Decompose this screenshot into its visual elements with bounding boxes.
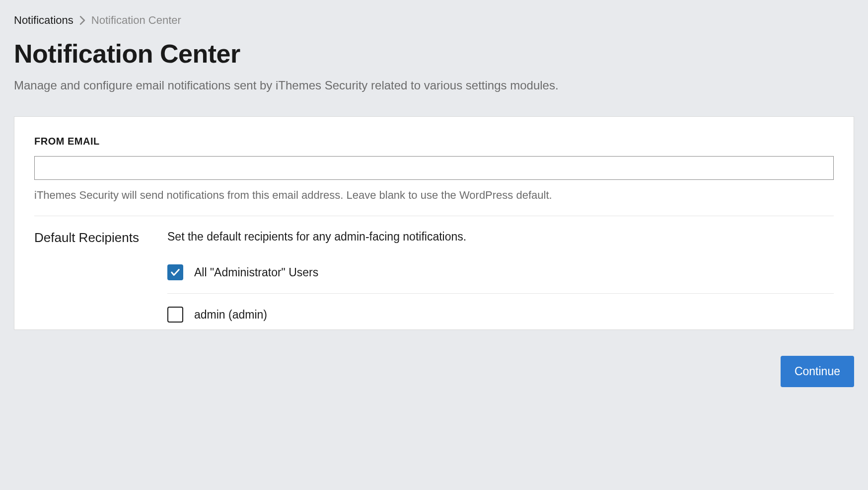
- divider: [167, 293, 834, 294]
- page-title: Notification Center: [14, 39, 854, 69]
- from-email-label: FROM EMAIL: [34, 136, 834, 147]
- default-recipients-heading: Default Recipients: [34, 230, 167, 329]
- breadcrumb: Notifications Notification Center: [14, 14, 854, 27]
- page-description: Manage and configure email notifications…: [14, 79, 854, 92]
- recipient-option-admin-user[interactable]: admin (admin): [167, 300, 834, 329]
- default-recipients-description: Set the default recipients for any admin…: [167, 230, 834, 244]
- from-email-help: iThemes Security will send notifications…: [34, 189, 834, 202]
- continue-button[interactable]: Continue: [781, 356, 854, 387]
- recipient-option-label: admin (admin): [194, 308, 267, 322]
- default-recipients-section: Default Recipients Set the default recip…: [34, 216, 834, 329]
- chevron-right-icon: [79, 16, 85, 25]
- from-email-input[interactable]: [34, 156, 834, 180]
- actions-bar: Continue: [14, 356, 854, 387]
- recipient-option-all-admins[interactable]: All "Administrator" Users: [167, 257, 834, 287]
- from-email-field: FROM EMAIL iThemes Security will send no…: [34, 136, 834, 202]
- breadcrumb-parent-link[interactable]: Notifications: [14, 14, 73, 27]
- checkbox-unchecked-icon: [167, 307, 183, 323]
- recipient-option-label: All "Administrator" Users: [194, 266, 318, 279]
- breadcrumb-current: Notification Center: [91, 14, 181, 27]
- checkbox-checked-icon: [167, 264, 183, 280]
- settings-card: FROM EMAIL iThemes Security will send no…: [14, 116, 854, 330]
